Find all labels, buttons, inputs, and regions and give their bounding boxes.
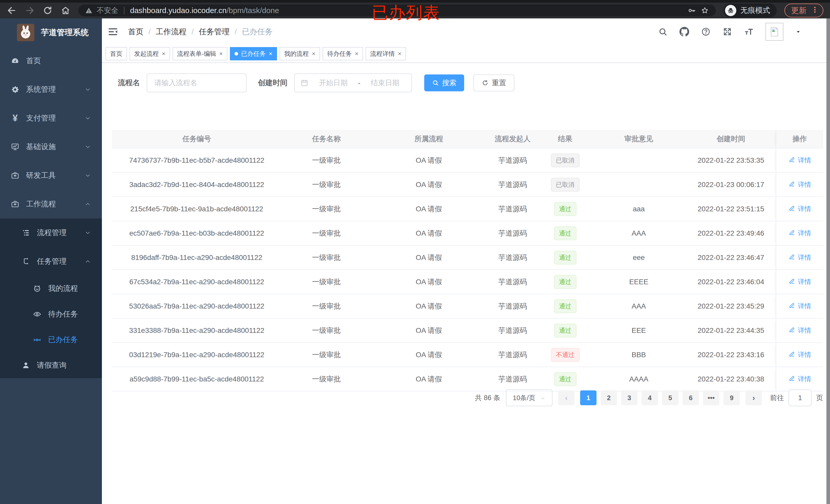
status-badge: 已取消	[551, 178, 580, 192]
page-button[interactable]: 1	[580, 391, 597, 405]
detail-link[interactable]: 详情	[788, 156, 811, 165]
close-icon[interactable]: ×	[312, 51, 315, 57]
page-button[interactable]: 2	[601, 391, 617, 405]
github-icon[interactable]	[679, 27, 689, 37]
caret-down-icon[interactable]	[795, 29, 801, 35]
status-badge: 不通过	[551, 348, 580, 362]
hamburger-icon[interactable]	[107, 26, 118, 37]
logo: 芋道管理系统	[0, 19, 102, 46]
breadcrumb-current: 已办任务	[242, 27, 273, 37]
close-icon[interactable]: ×	[355, 51, 358, 57]
breadcrumb-separator: /	[149, 27, 151, 36]
breadcrumb-workflow[interactable]: 工作流程	[156, 27, 186, 37]
sidebar-item-infra[interactable]: 基础设施	[0, 133, 102, 161]
detail-link[interactable]: 详情	[788, 204, 811, 213]
close-icon[interactable]: ×	[162, 51, 165, 57]
process-name: OA 请假	[371, 374, 486, 384]
search-icon[interactable]	[658, 27, 668, 37]
detail-link[interactable]: 详情	[788, 326, 811, 335]
sidebar-item-process-mgmt[interactable]: 流程管理	[0, 219, 102, 247]
sidebar-item-done-tasks[interactable]: 已办任务	[0, 327, 102, 352]
forward-icon[interactable]	[25, 5, 35, 15]
detail-link[interactable]: 详情	[788, 180, 811, 189]
task-name: 一级审批	[282, 350, 371, 360]
close-icon[interactable]: ×	[398, 51, 402, 57]
tab-done-tasks[interactable]: 已办任务×	[230, 47, 277, 60]
tab-start-process[interactable]: 发起流程×	[130, 47, 170, 60]
star-icon[interactable]	[700, 6, 709, 15]
page-button[interactable]: 5	[662, 391, 678, 405]
sidebar-item-label: 系统管理	[26, 85, 56, 95]
date-range-picker[interactable]: 开始日期 - 结束日期	[294, 73, 412, 92]
page-scrollbar[interactable]	[826, 19, 830, 504]
prev-page-button[interactable]: ‹	[558, 391, 574, 405]
tags-view-bar: 首页发起流程×流程表单-编辑×已办任务×我的流程×待办任务×流程详情×	[102, 45, 826, 63]
close-icon[interactable]: ×	[219, 51, 223, 57]
logo-rabbit-image	[17, 24, 34, 41]
chevron-up-icon	[85, 258, 91, 265]
search-button[interactable]: 搜索	[424, 74, 464, 91]
create-time: 2022-01-22 23:43:16	[686, 351, 776, 359]
page-button[interactable]: 9	[724, 391, 740, 405]
kebab-icon[interactable]	[811, 6, 819, 15]
tab-home[interactable]: 首页	[105, 47, 127, 60]
detail-link[interactable]: 详情	[788, 229, 811, 238]
page-button[interactable]: 6	[682, 391, 699, 405]
tab-todo-tasks[interactable]: 待办任务×	[323, 47, 363, 60]
breadcrumb-task-mgmt[interactable]: 任务管理	[199, 27, 230, 37]
status-badge: 通过	[554, 299, 577, 313]
gear-icon	[10, 85, 20, 94]
reload-icon[interactable]	[42, 5, 53, 15]
browser-update-button[interactable]: 更新	[785, 4, 823, 18]
page-size-select[interactable]: 10条/页	[506, 390, 552, 406]
process-name-input[interactable]	[147, 73, 247, 92]
detail-link[interactable]: 详情	[788, 350, 811, 359]
detail-link-label: 详情	[798, 156, 811, 165]
process-name: OA 请假	[371, 277, 486, 287]
avatar[interactable]	[765, 23, 784, 41]
detail-link[interactable]: 详情	[788, 374, 811, 383]
page-buttons: 123456•••9	[580, 391, 740, 405]
sidebar-item-payment[interactable]: ¥支付管理	[0, 104, 102, 133]
briefcase-icon	[10, 199, 20, 209]
sidebar-item-label: 支付管理	[26, 113, 56, 123]
sidebar-item-task-mgmt[interactable]: 任务管理	[0, 247, 102, 276]
sidebar-item-label: 基础设施	[26, 142, 56, 152]
tab-process-detail[interactable]: 流程详情×	[365, 47, 406, 60]
task-id: 3adac3d2-7b9d-11ec-8404-acde48001122	[112, 180, 282, 189]
home-icon[interactable]	[60, 5, 71, 15]
page-ellipsis-button[interactable]: •••	[703, 391, 720, 405]
fullscreen-icon[interactable]	[723, 27, 732, 37]
sidebar-item-leave-query[interactable]: 请假查询	[0, 352, 102, 378]
end-date-placeholder: 结束日期	[364, 78, 406, 88]
yen-icon: ¥	[10, 113, 20, 123]
reset-button[interactable]: 重置	[473, 74, 514, 91]
sidebar-item-system[interactable]: 系统管理	[0, 75, 102, 104]
approve-comment: BBB	[592, 351, 686, 359]
key-icon[interactable]	[688, 6, 696, 15]
chevron-down-icon	[85, 230, 91, 236]
breadcrumb-home[interactable]: 首页	[128, 27, 143, 37]
approve-comment: EEE	[592, 327, 686, 335]
tab-my-process[interactable]: 我的流程×	[280, 47, 320, 60]
detail-link[interactable]: 详情	[788, 302, 811, 311]
page-button[interactable]: 3	[621, 391, 637, 405]
detail-link[interactable]: 详情	[788, 253, 811, 262]
detail-link[interactable]: 详情	[788, 277, 811, 286]
back-icon[interactable]	[7, 5, 17, 15]
tab-form-edit[interactable]: 流程表单-编辑×	[172, 47, 227, 60]
sidebar-item-home[interactable]: 首页	[0, 46, 102, 75]
actions-cell: 详情	[776, 318, 823, 342]
page-button[interactable]: 4	[642, 391, 658, 405]
goto-page-input[interactable]	[789, 390, 811, 406]
sidebar-item-todo-tasks[interactable]: 待办任务	[0, 301, 102, 327]
help-icon[interactable]	[701, 27, 711, 37]
sidebar-item-my-process[interactable]: 我的流程	[0, 276, 102, 301]
close-icon[interactable]: ×	[269, 51, 273, 57]
next-page-button[interactable]: ›	[745, 391, 762, 405]
create-time: 2022-01-22 23:49:46	[686, 229, 776, 237]
font-size-icon[interactable]	[744, 27, 754, 37]
url-path: /bpm/task/done	[227, 6, 279, 14]
sidebar-item-workflow[interactable]: 工作流程	[0, 190, 102, 219]
sidebar-item-devtools[interactable]: 研发工具	[0, 161, 102, 190]
